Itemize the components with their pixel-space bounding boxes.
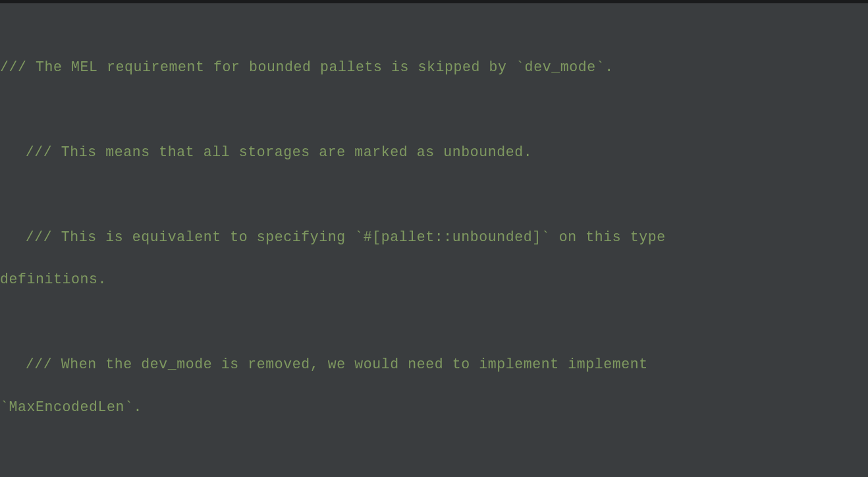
comment-text: `MaxEncodedLen`.	[0, 399, 142, 415]
code-line: /// When the dev_mode is removed, we wou…	[0, 343, 868, 428]
comment-text: /// This means that all storages are mar…	[26, 144, 533, 160]
code-editor[interactable]: /// The MEL requirement for bounded pall…	[0, 3, 868, 477]
code-line: /// This means that all storages are mar…	[0, 131, 868, 174]
code-line: #[pallet::storage]	[0, 471, 868, 478]
comment-text: /// The MEL requirement for bounded pall…	[0, 59, 614, 75]
code-line: /// The MEL requirement for bounded pall…	[0, 46, 868, 89]
code-line: /// This is equivalent to specifying `#[…	[0, 216, 868, 301]
comment-text: /// When the dev_mode is removed, we wou…	[26, 356, 657, 372]
comment-text: /// This is equivalent to specifying `#[…	[26, 229, 675, 245]
comment-text: definitions.	[0, 271, 107, 287]
